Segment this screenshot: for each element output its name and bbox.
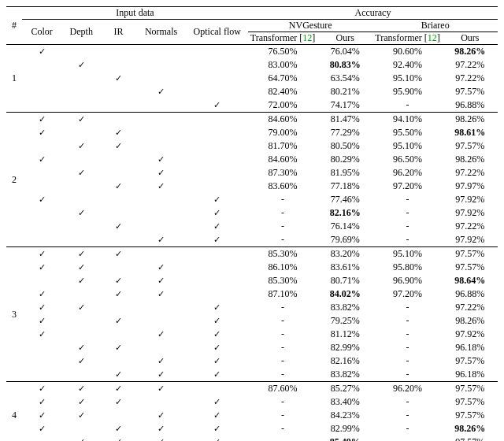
check-cell: ✓: [187, 193, 248, 206]
check-cell: ✓: [187, 314, 248, 328]
check-cell: ✓: [135, 287, 186, 301]
cell-br-ours: 96.18%: [443, 368, 498, 382]
cell-nv-transf: 87.60%: [248, 382, 317, 396]
cell-br-transf: 92.40%: [372, 58, 442, 72]
cell-br-ours: 97.57%: [443, 85, 498, 98]
cell-br-transf: 96.50%: [372, 153, 442, 166]
cell-nv-ours: 81.47%: [317, 113, 372, 127]
check-cell: ✓: [135, 409, 186, 422]
cell-br-transf: -: [372, 233, 442, 247]
check-cell: [187, 45, 248, 59]
check-cell: [187, 126, 248, 139]
cell-nv-ours: 81.95%: [317, 166, 372, 180]
check-cell: [101, 113, 135, 127]
col-depth: Depth: [61, 20, 101, 45]
col-oflow: Optical flow: [187, 20, 248, 45]
cell-nv-transf: -: [248, 409, 317, 422]
check-cell: ✓: [187, 220, 248, 233]
cell-nv-transf: 76.50%: [248, 45, 317, 59]
check-cell: ✓: [22, 314, 61, 328]
check-cell: [135, 58, 186, 72]
cell-br-transf: 96.20%: [372, 382, 442, 396]
check-cell: ✓: [61, 274, 101, 287]
check-cell: [101, 301, 135, 314]
cell-br-transf: 95.90%: [372, 85, 442, 98]
check-cell: ✓: [61, 435, 101, 441]
check-cell: [101, 166, 135, 180]
cell-nv-ours: 77.46%: [317, 193, 372, 206]
check-cell: [101, 409, 135, 422]
cell-nv-transf: -: [248, 206, 317, 220]
cell-nv-transf: -: [248, 341, 317, 354]
check-cell: [101, 58, 135, 72]
cell-br-ours: 97.57%: [443, 139, 498, 153]
cell-nv-ours: 74.17%: [317, 98, 372, 113]
cell-br-transf: -: [372, 395, 442, 409]
cell-nv-transf: 82.40%: [248, 85, 317, 98]
cell-br-ours: 97.97%: [443, 180, 498, 193]
check-cell: ✓: [22, 153, 61, 166]
check-cell: [101, 45, 135, 59]
cell-br-ours: 97.92%: [443, 206, 498, 220]
cell-nv-transf: -: [248, 301, 317, 314]
check-cell: ✓: [61, 382, 101, 396]
cell-br-ours: 97.22%: [443, 72, 498, 85]
cell-br-transf: -: [372, 409, 442, 422]
check-cell: [187, 180, 248, 193]
check-cell: ✓: [22, 45, 61, 59]
cell-nv-ours: 80.50%: [317, 139, 372, 153]
check-cell: [135, 126, 186, 139]
check-cell: ✓: [101, 422, 135, 435]
check-cell: ✓: [135, 368, 186, 382]
col-ir: IR: [101, 20, 135, 45]
check-cell: ✓: [135, 354, 186, 368]
cell-br-transf: 96.20%: [372, 166, 442, 180]
check-cell: [135, 301, 186, 314]
cell-nv-transf: 79.00%: [248, 126, 317, 139]
check-cell: ✓: [22, 395, 61, 409]
cell-br-transf: -: [372, 301, 442, 314]
cell-nv-transf: -: [248, 422, 317, 435]
cell-nv-ours: 76.04%: [317, 45, 372, 59]
cell-br-transf: -: [372, 368, 442, 382]
check-cell: ✓: [22, 409, 61, 422]
cell-nv-ours: 82.16%: [317, 206, 372, 220]
ref-link[interactable]: 12: [302, 32, 312, 43]
check-cell: ✓: [61, 139, 101, 153]
hdr-input: Input data: [22, 7, 248, 20]
check-cell: [101, 153, 135, 166]
cell-br-transf: -: [372, 354, 442, 368]
check-cell: ✓: [61, 261, 101, 274]
cell-br-ours: 97.92%: [443, 233, 498, 247]
cell-br-ours: 98.26%: [443, 113, 498, 127]
check-cell: [61, 314, 101, 328]
col-br-transf: Transformer [12]: [372, 32, 442, 45]
check-cell: [61, 180, 101, 193]
check-cell: [61, 85, 101, 98]
cell-nv-ours: 81.12%: [317, 328, 372, 341]
cell-nv-ours: 85.27%: [317, 382, 372, 396]
cell-br-transf: -: [372, 98, 442, 113]
cell-nv-transf: 85.30%: [248, 274, 317, 287]
hdr-nvgesture: NVGesture: [248, 20, 372, 32]
check-cell: [187, 72, 248, 85]
cell-br-transf: -: [372, 341, 442, 354]
check-cell: [22, 435, 61, 441]
hdr-accuracy: Accuracy: [248, 7, 498, 20]
check-cell: [61, 98, 101, 113]
check-cell: [135, 72, 186, 85]
check-cell: [187, 247, 248, 261]
check-cell: [61, 233, 101, 247]
ref-link[interactable]: 12: [428, 32, 437, 43]
check-cell: [22, 72, 61, 85]
col-num: #: [6, 7, 22, 45]
check-cell: [187, 58, 248, 72]
cell-nv-ours: 82.99%: [317, 422, 372, 435]
check-cell: ✓: [61, 247, 101, 261]
cell-nv-transf: -: [248, 354, 317, 368]
cell-br-ours: 97.92%: [443, 193, 498, 206]
check-cell: ✓: [101, 72, 135, 85]
check-cell: ✓: [61, 354, 101, 368]
check-cell: [187, 287, 248, 301]
cell-br-ours: 97.92%: [443, 328, 498, 341]
